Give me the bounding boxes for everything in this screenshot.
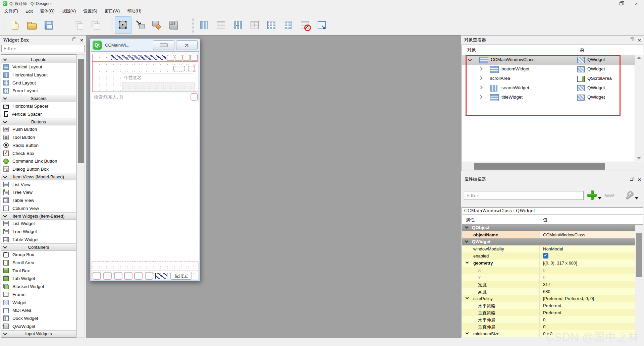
tree-row-CCMainWindowClass[interactable]: CCMainWindowClassQWidget [462,55,635,65]
property-value[interactable]: Preferred [543,303,561,308]
edit-buddies-button[interactable] [148,16,165,34]
property-value[interactable]: 317 [543,282,550,287]
chevron-down-icon[interactable] [466,331,469,335]
property-row-水平伸展[interactable]: 水平伸展0 [462,316,643,323]
float-icon[interactable] [630,39,633,41]
property-value[interactable]: 680 [543,289,550,294]
restore-button[interactable] [613,0,629,7]
title-button-3[interactable] [183,55,190,61]
property-row-y[interactable]: Y0 [462,274,643,281]
property-row-x[interactable]: X0 [462,267,643,274]
minimize-button[interactable] [598,0,613,7]
widget-box-filter-input[interactable] [1,45,85,52]
widget-box-scrollbar[interactable] [77,54,85,338]
new-form-button[interactable] [7,16,23,34]
chevron-right-icon[interactable] [479,85,482,89]
bottom-button-5[interactable] [135,272,142,279]
widget-item-command-link-button[interactable]: Command Link Button [1,157,76,165]
add-dropdown-icon[interactable] [598,197,601,201]
column-object[interactable]: 对象 [467,47,476,53]
column-class[interactable]: 类 [580,47,584,53]
search-button[interactable] [191,94,198,100]
scrollbar-thumb[interactable] [636,233,642,277]
widget-item-horizontal-layout[interactable]: Horizontal Layout [1,71,76,79]
close-icon[interactable]: × [638,38,641,42]
menu-item-1[interactable]: Edit [22,8,37,15]
bottom-button-4[interactable] [124,272,132,279]
edit-tab-order-button[interactable] [165,16,182,34]
widget-item-tool-button[interactable]: Tool Button [1,133,76,141]
property-row-高度[interactable]: 高度680 [462,288,643,295]
form-close-button[interactable]: × [176,40,198,50]
menu-item-6[interactable]: 帮助(H) [123,7,145,15]
close-button[interactable]: × [629,0,644,7]
category-spacers[interactable]: Spacers [1,95,76,102]
title-button-1[interactable] [167,55,174,61]
property-value[interactable]: 0 [543,317,545,322]
close-icon[interactable]: × [80,38,84,42]
chevron-down-icon[interactable] [465,239,468,243]
object-inspector-vscrollbar[interactable] [635,55,643,161]
widget-item-tool-box[interactable]: Tool Box [1,267,76,275]
scroll-down-icon[interactable] [637,157,641,159]
property-row-qobject[interactable]: QObject [462,224,643,231]
widget-item-check-box[interactable]: Check Box [1,149,76,157]
menu-item-0[interactable]: 文件(F) [1,7,22,15]
property-row-垂直策略[interactable]: 垂直策略Preferred [462,309,643,316]
adjust-size-button[interactable] [313,16,330,34]
scroll-up-icon[interactable] [637,57,641,59]
close-icon[interactable]: × [638,177,641,182]
property-row-sizepolicy[interactable]: sizePolicy[Preferred, Preferred, 0, 0] [462,295,643,302]
form-body[interactable]: 个性签名 搜索:联系人, 群 应用宝 [91,51,199,280]
layout-form-button[interactable] [280,16,297,34]
checkbox-checked-icon[interactable] [543,253,548,258]
horizontal-spacer[interactable] [111,55,166,60]
chevron-right-icon[interactable] [479,95,482,99]
menu-item-3[interactable]: 视图(V) [58,7,80,15]
bottom-button-3[interactable] [114,272,122,279]
property-value[interactable]: 0 [543,268,545,273]
category-containers[interactable]: Containers [1,243,76,251]
widget-item-table-widget[interactable]: Table Widget [1,235,76,243]
float-icon[interactable] [630,178,633,181]
widget-item-mdi-area[interactable]: MDI Area [1,306,76,314]
tree-row-scrollArea[interactable]: scrollAreaQScrollArea [462,74,635,83]
form-titlebar[interactable]: Qt CCMainWi... × [90,39,200,51]
tree-row-bottomWidget[interactable]: bottomWidgetQWidget [462,65,635,74]
configure-button[interactable] [624,190,634,200]
property-row-geometry[interactable]: geometry[(0, 0), 317 x 680] [462,260,643,267]
open-form-button[interactable] [23,16,40,34]
signature-input[interactable]: 个性签名 [122,73,195,82]
property-editor-scrollbar[interactable] [635,225,643,337]
category-layouts[interactable]: Layouts [1,56,76,63]
widget-item-dialog-button-box[interactable]: Dialog Button Box [1,165,76,173]
property-row-windowmodality[interactable]: windowModalityNonModal [462,245,643,252]
widget-item-vertical-layout[interactable]: Vertical Layout [1,63,76,71]
widget-item-form-layout[interactable]: Form Layout [1,87,76,95]
property-row-水平策略[interactable]: 水平策略Preferred [462,302,643,309]
layout-vertical-button[interactable] [213,16,229,34]
float-icon[interactable] [72,39,75,41]
tree-row-searchWidget[interactable]: searchWidgetQWidget [462,83,635,93]
chevron-down-icon[interactable] [466,296,469,299]
property-value[interactable]: NonModal [543,246,563,251]
copy-button[interactable] [70,16,87,34]
widget-item-dock-widget[interactable]: Dock Widget [1,314,76,323]
tree-row-titleWidget[interactable]: titleWidgetQWidget [462,93,635,102]
category-buttons[interactable]: Buttons [1,118,76,125]
paste-button[interactable] [87,16,104,34]
widget-item-stacked-widget[interactable]: Stacked Widget [1,283,76,291]
widget-item-list-view[interactable]: List View [1,180,76,188]
widget-item-qax-widget[interactable]: QAxWidget [1,322,76,330]
widget-item-tree-view[interactable]: Tree View [1,188,76,196]
column-property[interactable]: 属性 [466,217,475,223]
remove-property-button[interactable] [605,194,614,196]
layout-horizontal-splitter-button[interactable]: ↔ [229,16,246,34]
object-inspector-hscrollbar[interactable] [462,162,643,171]
widget-item-grid-layout[interactable]: Grid Layout [1,79,76,87]
bottom-button-2[interactable] [104,272,111,279]
column-value[interactable]: 值 [543,217,547,223]
search-input[interactable]: 搜索:联系人, 群 [91,92,190,102]
widget-item-scroll-area[interactable]: Scroll Area [1,259,76,267]
category-item-views-model-based-[interactable]: Item Views (Model-Based) [1,173,76,180]
